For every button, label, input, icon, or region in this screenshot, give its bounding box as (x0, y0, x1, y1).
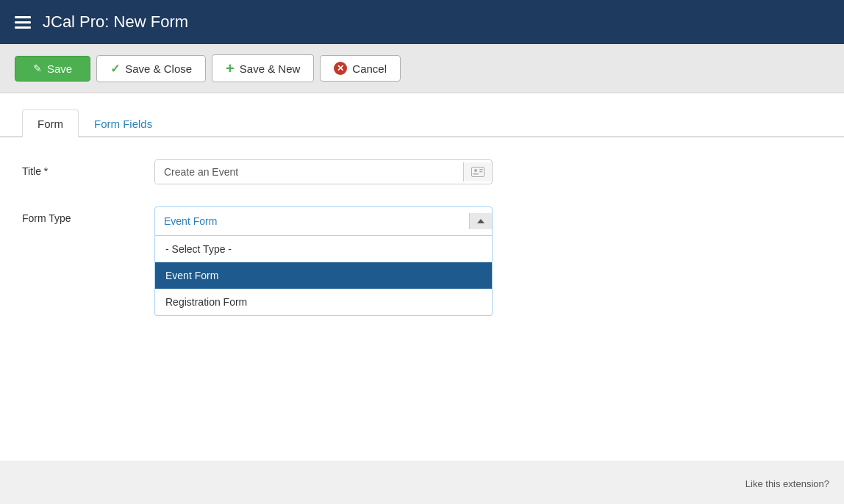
page-title: JCal Pro: New Form (43, 12, 188, 32)
save-close-label: Save & Close (125, 62, 192, 75)
form-type-dropdown[interactable]: Event Form (154, 206, 493, 236)
dropdown-selected-text: Event Form (164, 215, 217, 227)
tab-form-fields-label: Form Fields (94, 118, 152, 130)
svg-rect-3 (479, 169, 483, 170)
x-icon: ✕ (334, 62, 347, 75)
title-input[interactable] (155, 160, 463, 184)
save-new-label: Save & New (240, 62, 301, 75)
form-type-dropdown-wrap: Event Form - Select Type - Event Form Re… (154, 206, 493, 236)
check-icon: ✓ (110, 62, 120, 76)
plus-icon: + (226, 61, 235, 76)
save-button[interactable]: ✎ Save (15, 56, 90, 82)
title-label: Title * (22, 159, 154, 177)
cancel-label: Cancel (352, 62, 387, 75)
address-card-icon (471, 167, 484, 177)
save-close-button[interactable]: ✓ Save & Close (96, 55, 206, 82)
tab-form[interactable]: Form (22, 109, 79, 137)
svg-point-1 (474, 169, 477, 172)
save-icon: ✎ (33, 62, 42, 74)
title-row: Title * (22, 159, 822, 184)
title-input-icon (463, 162, 492, 181)
tab-form-fields[interactable]: Form Fields (79, 109, 168, 137)
title-input-container (154, 159, 493, 184)
dropdown-option-registration-form[interactable]: Registration Form (155, 289, 492, 315)
app-header: JCal Pro: New Form (0, 0, 844, 44)
form-area: Title * Form (0, 137, 844, 273)
form-type-row: Form Type Event Form - Select Type - Eve… (22, 206, 822, 236)
toolbar: ✎ Save ✓ Save & Close + Save & New ✕ Can… (0, 44, 844, 93)
dropdown-option-event-form[interactable]: Event Form (155, 262, 492, 289)
menu-icon[interactable] (15, 16, 31, 29)
chevron-up-icon (477, 219, 484, 223)
form-type-label: Form Type (22, 206, 154, 224)
tab-bar: Form Form Fields (0, 93, 844, 137)
svg-rect-2 (473, 173, 479, 175)
save-button-label: Save (47, 62, 72, 75)
main-content: Form Form Fields Title * (0, 93, 844, 461)
save-new-button[interactable]: + Save & New (212, 54, 314, 82)
svg-rect-4 (479, 171, 482, 173)
dropdown-list: - Select Type - Event Form Registration … (154, 236, 493, 316)
tab-form-label: Form (37, 118, 63, 130)
dropdown-option-select-type[interactable]: - Select Type - (155, 236, 492, 262)
cancel-button[interactable]: ✕ Cancel (320, 55, 401, 82)
dropdown-arrow-button[interactable] (469, 213, 492, 229)
title-input-wrap (154, 159, 493, 184)
